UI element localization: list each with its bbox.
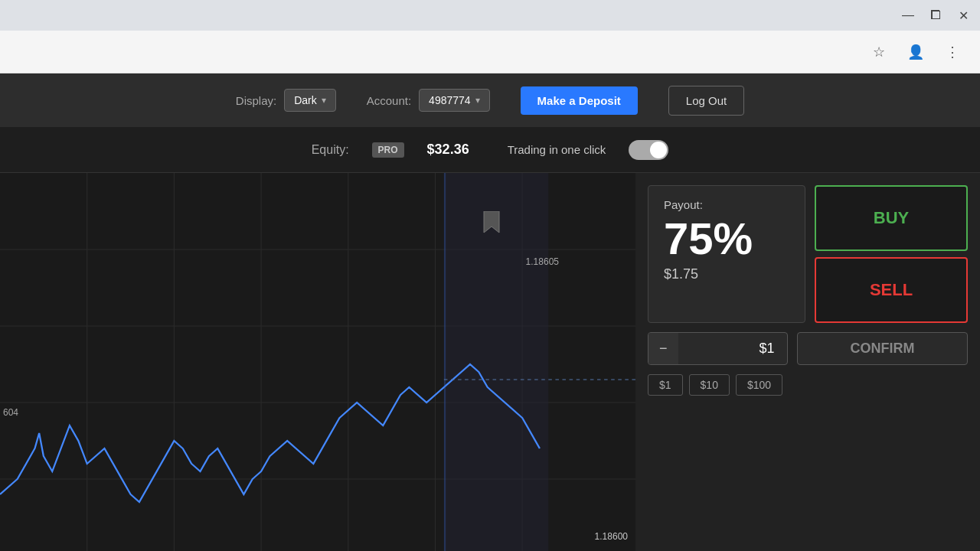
- menu-icon[interactable]: ⋮: [940, 40, 965, 64]
- pro-badge: PRO: [372, 142, 404, 158]
- buy-button[interactable]: BUY: [815, 185, 968, 251]
- minimize-button[interactable]: —: [900, 8, 916, 23]
- account-chevron-icon: ▾: [475, 95, 480, 106]
- payout-title: Payout:: [664, 198, 789, 211]
- maximize-button[interactable]: ⧠: [928, 8, 943, 23]
- account-label: Account:: [367, 94, 411, 107]
- amount-decrease-button[interactable]: −: [648, 333, 678, 364]
- display-label: Display:: [236, 94, 276, 107]
- quick-amount-10[interactable]: $10: [689, 374, 730, 396]
- quick-amounts: $1 $10 $100: [648, 374, 968, 396]
- trading-toggle[interactable]: [629, 140, 668, 160]
- main-content: 1.18605 1.18600 604: [0, 173, 980, 551]
- price-label-center: 1.18605: [526, 256, 559, 267]
- quick-amount-100[interactable]: $100: [736, 374, 782, 396]
- trading-in-one-click-label: Trading in one click: [508, 143, 606, 156]
- browser-toolbar: ☆ 👤 ⋮: [0, 31, 980, 73]
- equity-bar: Equity: PRO $32.36 Trading in one click: [0, 127, 980, 173]
- price-label-bottom: 1.18600: [595, 531, 628, 542]
- display-chevron-icon: ▾: [322, 95, 326, 106]
- browser-titlebar: — ⧠ ✕: [0, 0, 980, 31]
- toggle-knob: [650, 142, 667, 158]
- bookmark-icon[interactable]: [482, 211, 501, 237]
- account-icon[interactable]: 👤: [903, 40, 928, 64]
- trade-buttons: BUY SELL: [815, 185, 968, 323]
- app-header: Display: Dark ▾ Account: 4987774 ▾ Make …: [0, 73, 980, 127]
- account-value: 4987774: [429, 94, 471, 106]
- close-button[interactable]: ✕: [956, 8, 971, 23]
- trade-row: Payout: 75% $1.75 BUY SELL: [648, 185, 968, 323]
- account-selector: Account: 4987774 ▾: [367, 89, 490, 112]
- amount-row: − + CONFIRM: [648, 332, 968, 365]
- star-icon[interactable]: ☆: [867, 40, 891, 64]
- confirm-button[interactable]: CONFIRM: [797, 332, 968, 365]
- chart-area: 1.18605 1.18600 604: [0, 173, 635, 551]
- chart-svg: [0, 173, 635, 551]
- display-selector: Display: Dark ▾: [236, 89, 336, 112]
- logout-button[interactable]: Log Out: [668, 86, 744, 116]
- amount-input[interactable]: [678, 341, 788, 357]
- svg-marker-0: [484, 211, 499, 233]
- display-dropdown[interactable]: Dark ▾: [284, 89, 336, 112]
- equity-value: $32.36: [427, 142, 469, 158]
- account-dropdown[interactable]: 4987774 ▾: [419, 89, 490, 112]
- amount-control: − +: [648, 332, 788, 365]
- sell-button[interactable]: SELL: [815, 257, 968, 323]
- payout-card: Payout: 75% $1.75: [648, 185, 805, 323]
- payout-amount: $1.75: [664, 266, 789, 282]
- deposit-button[interactable]: Make a Deposit: [521, 86, 638, 115]
- payout-percent: 75%: [664, 214, 789, 263]
- right-panel: Payout: 75% $1.75 BUY SELL − + CONFIRM $…: [635, 173, 980, 551]
- display-value: Dark: [294, 94, 317, 106]
- quick-amount-1[interactable]: $1: [648, 374, 683, 396]
- equity-label: Equity:: [312, 143, 349, 157]
- svg-rect-13: [444, 173, 446, 551]
- price-label-left: 604: [3, 407, 18, 418]
